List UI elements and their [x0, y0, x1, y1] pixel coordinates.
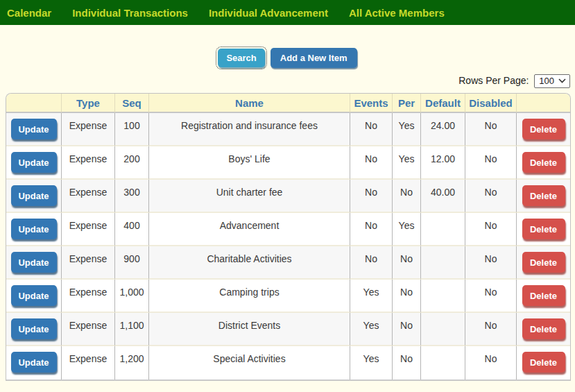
cell-type: Expense: [62, 213, 115, 246]
cell-update: Update: [6, 280, 62, 313]
nav-item-calendar[interactable]: Calendar: [7, 7, 51, 19]
cell-disabled: No: [465, 113, 517, 146]
cell-per: No: [393, 313, 421, 346]
cell-name: Advancement: [149, 213, 350, 246]
table-row: Update Expense 1,100 District Events Yes…: [6, 313, 570, 346]
cell-seq: 900: [115, 246, 149, 280]
table-row: Update Expense 100 Registration and insu…: [6, 113, 570, 146]
delete-button[interactable]: Delete: [522, 285, 565, 306]
cell-seq: 200: [115, 146, 149, 180]
cell-default: 40.00: [421, 180, 465, 213]
delete-button[interactable]: Delete: [522, 119, 565, 139]
cell-disabled: No: [465, 180, 517, 213]
cell-name: District Events: [149, 313, 350, 346]
cell-events: No: [350, 246, 393, 280]
nav-item-all-active-members[interactable]: All Active Members: [349, 7, 445, 19]
cell-name: Camping trips: [149, 280, 350, 313]
update-button[interactable]: Update: [11, 152, 57, 173]
cell-default: 24.00: [421, 113, 465, 146]
cell-disabled: No: [465, 346, 517, 380]
cell-type: Expense: [62, 313, 115, 346]
delete-button[interactable]: Delete: [522, 352, 565, 373]
col-name: Name: [149, 94, 350, 113]
cell-events: No: [350, 213, 393, 246]
cell-default: [421, 280, 465, 313]
delete-button[interactable]: Delete: [522, 152, 565, 173]
cell-delete: Delete: [517, 180, 570, 213]
cell-seq: 400: [115, 213, 149, 246]
toolbar: Search Add a New Item: [0, 47, 575, 68]
delete-button[interactable]: Delete: [522, 252, 565, 273]
col-seq: Seq: [115, 94, 149, 113]
col-update: [6, 94, 62, 113]
cell-seq: 1,200: [115, 346, 149, 380]
cell-delete: Delete: [517, 280, 570, 313]
col-type: Type: [62, 94, 115, 113]
cell-delete: Delete: [517, 113, 570, 146]
update-button[interactable]: Update: [11, 318, 57, 339]
cell-type: Expense: [62, 113, 115, 146]
cell-delete: Delete: [517, 246, 570, 280]
add-new-item-button[interactable]: Add a New Item: [271, 48, 357, 68]
cell-name: Unit charter fee: [149, 180, 350, 213]
delete-button[interactable]: Delete: [522, 318, 565, 339]
table-row: Update Expense 1,000 Camping trips Yes N…: [6, 280, 570, 313]
update-button[interactable]: Update: [11, 252, 57, 273]
cell-delete: Delete: [517, 313, 570, 346]
cell-type: Expense: [62, 146, 115, 180]
cell-per: Yes: [393, 113, 421, 146]
cell-default: [421, 346, 465, 380]
delete-button[interactable]: Delete: [522, 185, 565, 206]
cell-update: Update: [6, 246, 62, 280]
delete-button[interactable]: Delete: [522, 219, 565, 239]
cell-type: Expense: [62, 180, 115, 213]
cell-update: Update: [6, 213, 62, 246]
cell-per: No: [393, 246, 421, 280]
header-row: Type Seq Name Events Per Default Disable…: [6, 94, 570, 113]
col-default: Default: [421, 94, 465, 113]
col-events: Events: [350, 94, 393, 113]
update-button[interactable]: Update: [11, 352, 57, 373]
cell-events: Yes: [350, 313, 393, 346]
table-row: Update Expense 200 Boys' Life No Yes 12.…: [6, 146, 570, 180]
cell-update: Update: [6, 313, 62, 346]
cell-disabled: No: [465, 246, 517, 280]
cell-disabled: No: [465, 146, 517, 180]
cell-seq: 300: [115, 180, 149, 213]
update-button[interactable]: Update: [11, 285, 57, 306]
cell-delete: Delete: [517, 146, 570, 180]
table-row: Update Expense 400 Advancement No Yes No…: [6, 213, 570, 246]
rows-per-page-value: 100: [539, 76, 554, 86]
nav-item-individual-transactions[interactable]: Individual Transactions: [72, 7, 188, 19]
cell-default: [421, 246, 465, 280]
table-row: Update Expense 1,200 Special Activities …: [6, 346, 570, 380]
cell-events: No: [350, 113, 393, 146]
nav-item-individual-advancement[interactable]: Individual Advancement: [209, 7, 328, 19]
cell-disabled: No: [465, 213, 517, 246]
cell-per: No: [393, 280, 421, 313]
cell-update: Update: [6, 146, 62, 180]
update-button[interactable]: Update: [11, 219, 57, 239]
rows-per-page-label: Rows Per Page:: [458, 75, 529, 86]
cell-type: Expense: [62, 346, 115, 380]
search-button[interactable]: Search: [218, 49, 264, 67]
cell-type: Expense: [62, 246, 115, 280]
cell-update: Update: [6, 180, 62, 213]
cell-events: Yes: [350, 280, 393, 313]
update-button[interactable]: Update: [11, 119, 57, 139]
cell-delete: Delete: [517, 346, 570, 380]
table-row: Update Expense 300 Unit charter fee No N…: [6, 180, 570, 213]
cell-events: Yes: [350, 346, 393, 380]
update-button[interactable]: Update: [11, 185, 57, 206]
cell-delete: Delete: [517, 213, 570, 246]
cell-name: Boys' Life: [149, 146, 350, 180]
cell-events: No: [350, 146, 393, 180]
cell-name: Special Activities: [149, 346, 350, 380]
rows-per-page: Rows Per Page: 100: [0, 74, 575, 90]
rows-per-page-select[interactable]: 100: [534, 74, 570, 88]
table-body: Update Expense 100 Registration and insu…: [6, 113, 570, 380]
cell-name: Registration and insurance fees: [149, 113, 350, 146]
cell-seq: 100: [115, 113, 149, 146]
top-nav: Calendar Individual Transactions Individ…: [0, 0, 575, 25]
cell-default: 12.00: [421, 146, 465, 180]
